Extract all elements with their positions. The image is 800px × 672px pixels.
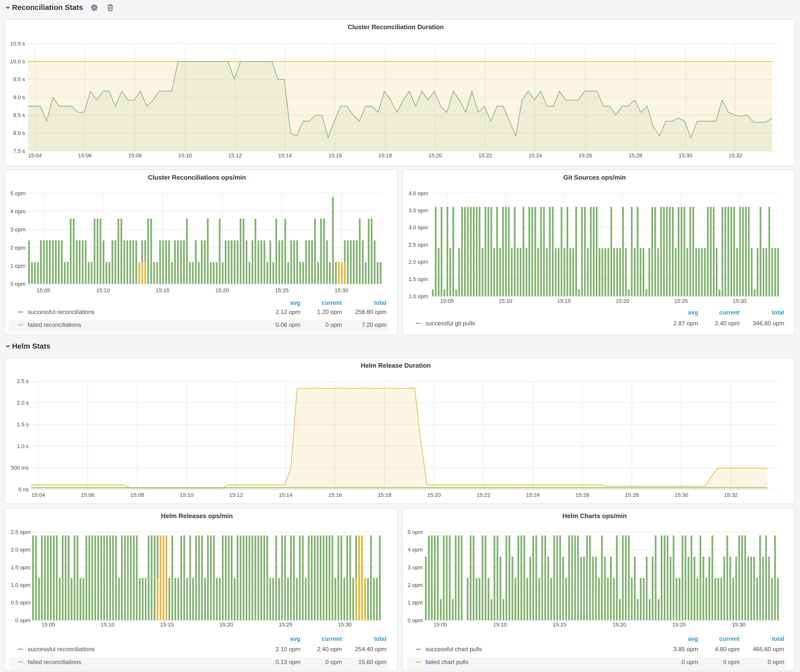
svg-text:3.85 opm: 3.85 opm — [673, 646, 698, 653]
svg-text:254.40 opm: 254.40 opm — [355, 646, 386, 653]
svg-text:465.60 opm: 465.60 opm — [752, 646, 784, 653]
svg-text:Helm Release Duration: Helm Release Duration — [361, 362, 431, 369]
svg-text:15:30: 15:30 — [733, 298, 746, 304]
svg-text:15:18: 15:18 — [378, 152, 392, 158]
svg-text:15:15: 15:15 — [160, 622, 174, 628]
svg-text:15:10: 15:10 — [96, 287, 110, 293]
svg-text:total: total — [374, 635, 386, 642]
svg-text:0.06 opm: 0.06 opm — [275, 322, 300, 328]
svg-text:successful reconciliations: successful reconciliations — [28, 646, 95, 653]
svg-text:Helm Releases ops/min: Helm Releases ops/min — [161, 512, 233, 520]
svg-text:total: total — [771, 635, 784, 642]
svg-text:2.0 opm: 2.0 opm — [408, 259, 428, 265]
svg-text:1.0 s: 1.0 s — [17, 443, 29, 449]
svg-text:0.13 opm: 0.13 opm — [275, 659, 300, 665]
svg-text:15:12: 15:12 — [229, 492, 243, 498]
svg-text:1.5 opm: 1.5 opm — [408, 276, 428, 282]
svg-text:15:20: 15:20 — [429, 152, 442, 158]
svg-text:0 opm: 0 opm — [15, 617, 30, 624]
svg-text:2.5 opm: 2.5 opm — [408, 242, 428, 248]
svg-text:15:25: 15:25 — [275, 287, 289, 293]
svg-text:2.12 opm: 2.12 opm — [275, 309, 300, 315]
svg-text:Helm Charts ops/min: Helm Charts ops/min — [562, 512, 626, 520]
svg-text:Helm Stats: Helm Stats — [12, 342, 50, 350]
svg-text:15:12: 15:12 — [228, 152, 242, 158]
svg-text:15:04: 15:04 — [28, 152, 42, 158]
svg-text:15:22: 15:22 — [478, 152, 492, 158]
svg-text:1 opm: 1 opm — [407, 600, 422, 606]
svg-text:4.80 opm: 4.80 opm — [715, 646, 739, 653]
svg-text:15:30: 15:30 — [338, 622, 352, 628]
svg-text:0 ns: 0 ns — [18, 486, 29, 493]
svg-text:15:10: 15:10 — [180, 492, 194, 498]
svg-text:15:15: 15:15 — [557, 298, 570, 304]
svg-text:15:10: 15:10 — [178, 152, 192, 158]
svg-text:15:26: 15:26 — [579, 152, 592, 158]
svg-text:3.5 opm: 3.5 opm — [408, 207, 428, 214]
svg-text:15:14: 15:14 — [279, 492, 293, 498]
svg-text:1.20 opm: 1.20 opm — [317, 309, 342, 315]
svg-text:15:28: 15:28 — [629, 152, 642, 158]
svg-text:successful git pulls: successful git pulls — [425, 320, 475, 326]
svg-text:current: current — [719, 635, 739, 642]
svg-text:0 opm: 0 opm — [767, 659, 784, 665]
svg-text:15:26: 15:26 — [576, 492, 589, 498]
svg-text:15:32: 15:32 — [728, 152, 742, 158]
svg-text:256.80 opm: 256.80 opm — [355, 309, 386, 315]
svg-text:15:05: 15:05 — [42, 622, 55, 628]
svg-text:15:10: 15:10 — [498, 298, 512, 304]
svg-text:0.5 opm: 0.5 opm — [11, 600, 31, 606]
svg-text:successful reconciliations: successful reconciliations — [28, 309, 95, 315]
svg-text:current: current — [322, 299, 342, 306]
svg-text:2 opm: 2 opm — [10, 245, 26, 251]
svg-text:15:32: 15:32 — [724, 492, 738, 498]
svg-text:1.5 opm: 1.5 opm — [11, 564, 31, 571]
svg-text:current: current — [322, 635, 342, 642]
svg-text:3 opm: 3 opm — [10, 226, 26, 233]
svg-text:15:20: 15:20 — [219, 622, 233, 628]
svg-text:avg: avg — [688, 309, 698, 316]
svg-text:10.5 s: 10.5 s — [10, 41, 25, 47]
svg-text:total: total — [374, 299, 386, 306]
svg-text:15:30: 15:30 — [678, 152, 692, 158]
svg-text:4 opm: 4 opm — [407, 547, 422, 553]
svg-text:2.0 s: 2.0 s — [17, 400, 29, 406]
svg-text:2.40 opm: 2.40 opm — [317, 646, 342, 653]
svg-text:failed reconciliations: failed reconciliations — [28, 659, 81, 665]
svg-text:0 opm: 0 opm — [407, 617, 422, 624]
svg-text:15:10: 15:10 — [493, 622, 507, 628]
svg-text:15:24: 15:24 — [528, 152, 542, 158]
svg-text:0 opm: 0 opm — [10, 281, 26, 287]
svg-text:1.5 s: 1.5 s — [17, 421, 29, 427]
svg-text:10.0 s: 10.0 s — [10, 58, 25, 65]
svg-text:15:05: 15:05 — [440, 298, 453, 304]
svg-text:Cluster Reconciliation Duratio: Cluster Reconciliation Duration — [347, 23, 444, 31]
svg-text:5 opm: 5 opm — [10, 190, 26, 197]
svg-text:15:24: 15:24 — [526, 492, 540, 498]
svg-text:7.5 s: 7.5 s — [13, 148, 25, 154]
svg-text:2.0 opm: 2.0 opm — [11, 547, 31, 553]
svg-text:current: current — [719, 309, 739, 316]
svg-text:15:15: 15:15 — [156, 287, 170, 293]
svg-text:15:25: 15:25 — [674, 298, 688, 304]
svg-text:15:04: 15:04 — [31, 492, 45, 498]
svg-text:15:30: 15:30 — [732, 622, 745, 628]
svg-text:15:15: 15:15 — [553, 622, 566, 628]
svg-text:failed reconciliations: failed reconciliations — [28, 322, 81, 328]
svg-text:0 opm: 0 opm — [325, 322, 342, 328]
svg-text:15:20: 15:20 — [427, 492, 441, 498]
svg-text:15:16: 15:16 — [328, 492, 342, 498]
svg-text:3 opm: 3 opm — [407, 564, 422, 571]
svg-text:15:05: 15:05 — [433, 622, 447, 628]
svg-text:15:20: 15:20 — [216, 287, 229, 293]
svg-text:2.87 opm: 2.87 opm — [673, 320, 698, 326]
svg-text:2 opm: 2 opm — [407, 582, 422, 588]
svg-text:15:20: 15:20 — [612, 622, 626, 628]
svg-text:8.5 s: 8.5 s — [13, 112, 25, 118]
svg-text:Reconciliation Stats: Reconciliation Stats — [12, 3, 83, 11]
svg-text:15:25: 15:25 — [672, 622, 685, 628]
svg-text:15:18: 15:18 — [378, 492, 391, 498]
svg-text:1.0 opm: 1.0 opm — [408, 293, 428, 299]
svg-text:15:08: 15:08 — [130, 492, 144, 498]
svg-text:avg: avg — [290, 635, 300, 642]
